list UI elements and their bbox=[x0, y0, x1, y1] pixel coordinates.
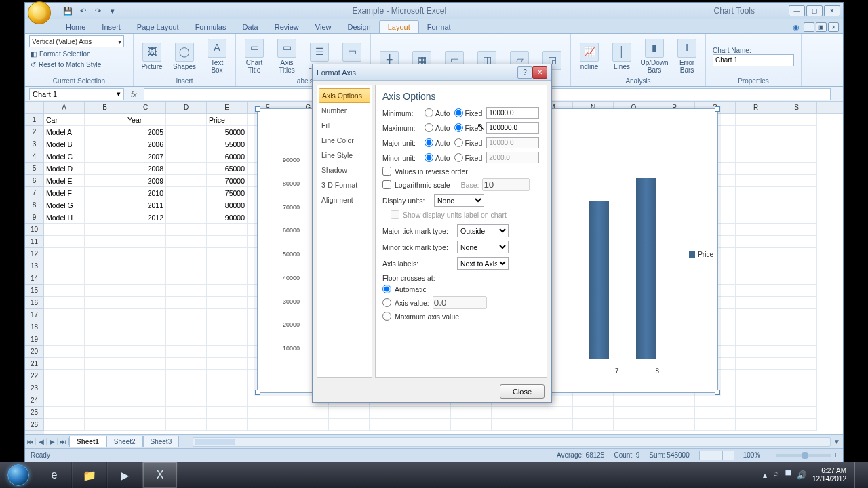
cell[interactable] bbox=[329, 419, 370, 431]
cell[interactable] bbox=[776, 333, 817, 346]
cell[interactable] bbox=[44, 407, 85, 419]
cell[interactable]: Model H bbox=[44, 211, 85, 224]
cell[interactable] bbox=[736, 187, 776, 199]
fx-icon[interactable]: fx bbox=[131, 90, 137, 98]
row-header[interactable]: 22 bbox=[25, 370, 44, 382]
doc-minimize-button[interactable]: — bbox=[804, 22, 814, 32]
cell[interactable] bbox=[85, 187, 125, 199]
cell[interactable] bbox=[573, 419, 614, 431]
cell[interactable] bbox=[370, 419, 410, 431]
cell[interactable] bbox=[736, 126, 776, 138]
office-button[interactable] bbox=[28, 1, 51, 24]
maximize-button[interactable]: ▢ bbox=[806, 5, 823, 16]
max-fixed-radio[interactable] bbox=[454, 123, 463, 132]
cell[interactable] bbox=[207, 321, 248, 333]
chart-y-axis[interactable]: 9000080000700006000050000400003000020000… bbox=[271, 157, 300, 352]
cell[interactable] bbox=[85, 175, 125, 187]
cell[interactable] bbox=[207, 419, 248, 431]
cell[interactable] bbox=[736, 199, 776, 211]
cell[interactable] bbox=[85, 199, 125, 211]
cell[interactable] bbox=[125, 333, 166, 346]
cell[interactable] bbox=[410, 419, 451, 431]
cell[interactable] bbox=[125, 297, 166, 309]
cell[interactable]: 75000 bbox=[207, 187, 248, 199]
cell[interactable] bbox=[776, 260, 817, 272]
vertical-scrollbar-down[interactable]: ▼ bbox=[831, 438, 843, 445]
cell[interactable] bbox=[125, 407, 166, 419]
cell[interactable] bbox=[166, 370, 207, 382]
cell[interactable] bbox=[125, 236, 166, 248]
dialog-nav-item[interactable]: 3-D Format bbox=[317, 178, 372, 192]
cell[interactable] bbox=[166, 419, 207, 431]
cell[interactable] bbox=[207, 309, 248, 321]
sheet-tab[interactable]: Sheet2 bbox=[106, 436, 143, 447]
dialog-nav-item[interactable]: Line Color bbox=[317, 133, 372, 148]
close-button[interactable]: ✕ bbox=[824, 5, 840, 16]
minor-auto-radio[interactable] bbox=[425, 153, 433, 162]
dialog-nav-item[interactable]: Line Style bbox=[317, 148, 372, 163]
floor-max-radio[interactable] bbox=[382, 312, 391, 321]
save-icon[interactable]: 💾 bbox=[62, 5, 74, 17]
cell[interactable] bbox=[776, 150, 817, 163]
min-value-input[interactable] bbox=[486, 107, 539, 119]
cell[interactable] bbox=[85, 138, 125, 150]
cell[interactable] bbox=[44, 358, 85, 370]
cell[interactable] bbox=[44, 285, 85, 297]
cell[interactable] bbox=[85, 126, 125, 138]
cell[interactable] bbox=[736, 260, 776, 272]
cell[interactable] bbox=[166, 248, 207, 260]
cell[interactable] bbox=[125, 419, 166, 431]
cell[interactable] bbox=[44, 321, 85, 333]
max-value-input[interactable] bbox=[486, 122, 539, 134]
cell[interactable] bbox=[85, 272, 125, 285]
cell[interactable] bbox=[776, 285, 817, 297]
cell[interactable]: 55000 bbox=[207, 138, 248, 150]
tab-formulas[interactable]: Formulas bbox=[187, 21, 235, 33]
cell[interactable] bbox=[736, 236, 776, 248]
cell[interactable] bbox=[166, 309, 207, 321]
cell[interactable] bbox=[776, 346, 817, 358]
cell[interactable]: 50000 bbox=[207, 126, 248, 138]
cell[interactable] bbox=[410, 407, 451, 419]
cell[interactable] bbox=[166, 175, 207, 187]
cell[interactable] bbox=[207, 333, 248, 346]
cell[interactable] bbox=[85, 394, 125, 407]
cell[interactable] bbox=[736, 163, 776, 175]
cell[interactable] bbox=[85, 211, 125, 224]
doc-close-button[interactable]: ✕ bbox=[828, 22, 839, 32]
lines-button[interactable]: │Lines bbox=[608, 41, 636, 72]
cell[interactable] bbox=[125, 370, 166, 382]
cell[interactable] bbox=[166, 394, 207, 407]
cell[interactable] bbox=[166, 236, 207, 248]
cell[interactable] bbox=[44, 260, 85, 272]
cell[interactable] bbox=[44, 309, 85, 321]
row-header[interactable]: 7 bbox=[25, 187, 44, 199]
tab-data[interactable]: Data bbox=[234, 21, 266, 33]
cell[interactable] bbox=[166, 358, 207, 370]
cell[interactable] bbox=[207, 272, 248, 285]
cell[interactable]: Model E bbox=[44, 175, 85, 187]
cell[interactable] bbox=[736, 346, 776, 358]
cell[interactable]: 2005 bbox=[125, 126, 166, 138]
cell[interactable] bbox=[451, 407, 492, 419]
min-fixed-radio[interactable] bbox=[454, 108, 463, 117]
cell[interactable]: 2011 bbox=[125, 199, 166, 211]
cell[interactable] bbox=[44, 272, 85, 285]
clock[interactable]: 6:27 AM12/14/2012 bbox=[812, 467, 846, 483]
cell[interactable] bbox=[695, 419, 736, 431]
cell[interactable] bbox=[85, 285, 125, 297]
cell[interactable] bbox=[654, 407, 695, 419]
cell[interactable] bbox=[248, 407, 288, 419]
cell[interactable] bbox=[85, 114, 125, 126]
cell[interactable] bbox=[166, 272, 207, 285]
cell[interactable] bbox=[44, 394, 85, 407]
row-header[interactable]: 8 bbox=[25, 199, 44, 211]
cell[interactable] bbox=[492, 419, 532, 431]
row-header[interactable]: 5 bbox=[25, 163, 44, 175]
textbox-button[interactable]: AText Box bbox=[203, 37, 231, 75]
cell[interactable] bbox=[44, 370, 85, 382]
cell[interactable] bbox=[532, 419, 573, 431]
cell[interactable] bbox=[166, 150, 207, 163]
log-scale-checkbox[interactable] bbox=[382, 180, 391, 189]
cell[interactable] bbox=[736, 407, 776, 419]
